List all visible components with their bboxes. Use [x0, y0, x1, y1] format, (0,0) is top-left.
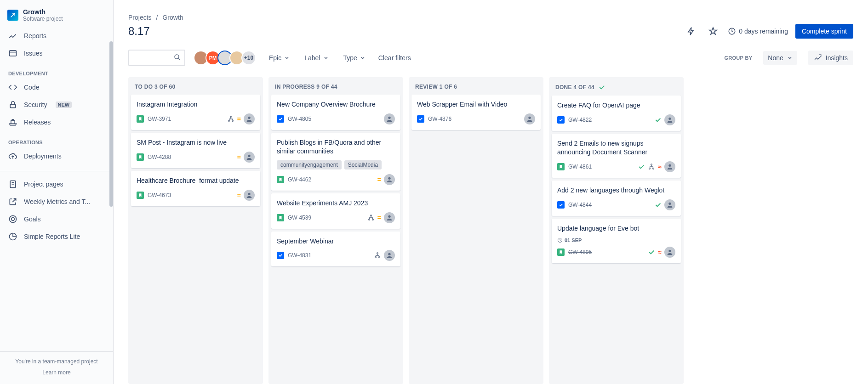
star-button[interactable]	[706, 24, 720, 39]
epic-filter[interactable]: Epic	[267, 51, 291, 64]
column-header[interactable]: IN PROGRESS 9 OF 44	[268, 77, 403, 95]
issue-key: GW-4844	[568, 202, 592, 208]
children-icon	[648, 163, 655, 170]
insights-icon	[814, 54, 822, 62]
label-chip[interactable]: communityengagement	[277, 160, 342, 169]
assignee-avatar[interactable]	[384, 212, 395, 223]
done-check-icon	[654, 116, 662, 124]
issue-card[interactable]: SM Post - Instagram is now liveGW-4288=	[131, 133, 260, 168]
issue-card[interactable]: Create FAQ for OpenAI pageGW-4822	[552, 96, 681, 131]
column-header[interactable]: REVIEW 1 OF 6	[409, 77, 543, 95]
issue-type-icon	[137, 115, 144, 123]
issue-card[interactable]: Instagram IntegrationGW-3971=	[131, 95, 260, 130]
priority-medium-icon: =	[237, 116, 241, 122]
avatar-more[interactable]: +10	[241, 51, 256, 65]
group-by-select[interactable]: None	[763, 51, 797, 65]
automation-button[interactable]	[684, 24, 698, 39]
sidebar-item-reports[interactable]: Reports	[4, 28, 109, 44]
svg-point-7	[175, 55, 179, 59]
card-title: Send 2 Emails to new signups announcing …	[557, 139, 675, 157]
svg-point-32	[668, 250, 671, 252]
column-done-check-icon	[598, 84, 605, 91]
sidebar-footer: You're in a team-managed project Learn m…	[0, 351, 113, 384]
svg-point-16	[370, 215, 371, 216]
group-by-label: GROUP BY	[724, 55, 752, 61]
complete-sprint-button[interactable]: Complete sprint	[795, 24, 853, 39]
issue-card[interactable]: New Company Overview BrochureGW-4805	[271, 95, 400, 130]
priority-medium-icon: =	[237, 192, 241, 198]
graph-icon	[8, 31, 17, 40]
assignee-avatar[interactable]	[664, 247, 675, 258]
issue-card[interactable]: Update language for Eve bot01 SEPGW-4895…	[552, 219, 681, 264]
issue-key: GW-4831	[288, 252, 311, 259]
assignee-avatar[interactable]	[244, 113, 255, 124]
issue-type-icon	[277, 115, 284, 123]
column-header[interactable]: DONE 4 OF 44	[549, 77, 684, 96]
issue-key: GW-4673	[148, 192, 171, 198]
issue-card[interactable]: September WebinarGW-4831	[271, 232, 400, 267]
sidebar-item-project-pages[interactable]: Project pages	[4, 176, 109, 192]
svg-point-29	[668, 164, 671, 166]
breadcrumb-current: Growth	[162, 14, 183, 21]
assignee-avatar[interactable]	[524, 113, 535, 124]
issue-card[interactable]: Send 2 Emails to new signups announcing …	[552, 134, 681, 178]
sidebar-item-goals[interactable]: Goals	[4, 211, 109, 227]
issue-type-icon	[277, 252, 284, 259]
svg-point-10	[232, 120, 233, 122]
sidebar-item-weekly-metrics[interactable]: Weekly Metrics and T...	[4, 193, 109, 210]
code-icon	[8, 83, 17, 92]
assignee-avatar[interactable]	[244, 152, 255, 163]
issue-card[interactable]: Add 2 new languages through WeglotGW-484…	[552, 181, 681, 216]
assignee-avatar[interactable]	[244, 190, 255, 201]
assignee-avatar[interactable]	[384, 250, 395, 261]
issue-card[interactable]: Web Scrapper Email with VideoGW-4876	[411, 95, 541, 130]
breadcrumb: Projects / Growth	[128, 0, 853, 21]
sidebar: Growth Software project Reports Issues D…	[0, 0, 114, 384]
chevron-down-icon	[787, 55, 793, 61]
sidebar-item-releases[interactable]: Releases	[4, 114, 109, 130]
insights-button[interactable]: Insights	[808, 51, 853, 65]
label-filter[interactable]: Label	[303, 51, 330, 64]
issue-key: GW-4462	[288, 176, 311, 183]
card-title: New Company Overview Brochure	[277, 100, 395, 109]
sidebar-item-issues[interactable]: Issues	[4, 45, 109, 62]
issue-card[interactable]: Healthcare Brochure_format updateGW-4673…	[131, 171, 260, 206]
svg-point-28	[653, 168, 654, 169]
sidebar-item-security[interactable]: Security NEW	[4, 96, 109, 113]
svg-rect-0	[10, 51, 17, 56]
issue-key: GW-4288	[148, 154, 171, 160]
sidebar-item-code[interactable]: Code	[4, 79, 109, 96]
issue-type-icon	[137, 192, 144, 199]
scrollbar[interactable]	[109, 41, 113, 207]
sidebar-item-label: Project pages	[24, 181, 63, 188]
clear-filters[interactable]: Clear filters	[378, 54, 411, 62]
assignee-avatar[interactable]	[664, 161, 675, 172]
section-development: DEVELOPMENT	[4, 62, 109, 79]
done-check-icon	[654, 201, 662, 209]
card-title: Web Scrapper Email with Video	[417, 100, 535, 109]
assignee-avatar[interactable]	[664, 199, 675, 210]
card-title: Instagram Integration	[137, 100, 255, 109]
sidebar-item-simple-reports[interactable]: Simple Reports Lite	[4, 228, 109, 245]
svg-point-3	[10, 216, 17, 223]
sidebar-item-deployments[interactable]: Deployments	[4, 148, 109, 164]
target-icon	[8, 215, 17, 224]
issue-card[interactable]: Website Experiments AMJ 2023GW-4539=	[271, 193, 400, 229]
assignee-avatar[interactable]	[664, 114, 675, 125]
assignee-avatar[interactable]	[384, 174, 395, 185]
svg-rect-1	[10, 104, 16, 108]
column-header[interactable]: TO DO 3 OF 60	[128, 77, 263, 95]
issue-type-icon	[557, 116, 565, 124]
svg-point-30	[668, 202, 671, 204]
issue-card[interactable]: Publish Blogs in FB/Quora and other simi…	[271, 133, 400, 191]
done-check-icon	[648, 248, 655, 256]
label-chip[interactable]: SocialMedia	[344, 160, 382, 169]
learn-more-link[interactable]: Learn more	[5, 369, 108, 376]
breadcrumb-projects[interactable]: Projects	[128, 14, 152, 21]
assignee-avatar[interactable]	[384, 113, 395, 124]
type-filter[interactable]: Type	[342, 51, 367, 64]
sidebar-item-label: Goals	[24, 215, 41, 223]
svg-point-14	[388, 117, 390, 119]
svg-point-4	[11, 218, 15, 221]
priority-medium-icon: =	[377, 215, 381, 221]
